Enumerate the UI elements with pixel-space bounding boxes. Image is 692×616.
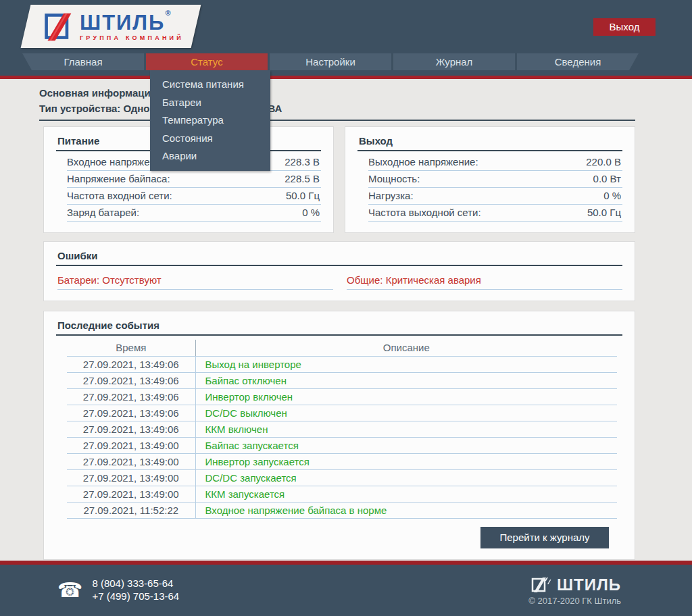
event-row: 27.09.2021, 13:49:06 ККМ включен xyxy=(67,421,617,437)
output-row-load: Нагрузка: 0 % xyxy=(368,188,622,205)
footer-logo-icon xyxy=(531,577,551,593)
events-table-header: Время Описание xyxy=(67,340,617,356)
page-title: Основная информация xyxy=(39,87,635,99)
event-description: Инвертор включен xyxy=(195,388,617,405)
event-description: Инвертор запускается xyxy=(195,453,617,469)
row-value: 0 % xyxy=(603,190,621,203)
output-row-power: Мощность: 0.0 Вт xyxy=(368,171,622,188)
row-value: 228.3 В xyxy=(285,156,320,169)
event-row: 27.09.2021, 13:49:00 ККМ запускается xyxy=(67,486,617,502)
output-row-voltage: Выходное напряжение: 220.0 В xyxy=(368,154,622,171)
output-panel: Выход Выходное напряжение: 220.0 В Мощно… xyxy=(345,126,635,233)
output-panel-title: Выход xyxy=(357,134,622,151)
phone-icon: ☎ xyxy=(57,580,82,600)
event-time: 27.09.2021, 13:49:00 xyxy=(67,437,195,453)
event-time: 27.09.2021, 13:49:06 xyxy=(67,372,195,388)
event-time: 27.09.2021, 11:52:22 xyxy=(67,502,195,518)
row-value: 0.0 Вт xyxy=(593,173,621,186)
nav-item-nastroyki[interactable]: Настройки xyxy=(270,53,391,70)
nav-item-svedeniya[interactable]: Сведения xyxy=(517,53,639,70)
event-description: DC/DC выключен xyxy=(195,405,617,421)
power-row-battery-charge: Заряд батарей: 0 % xyxy=(67,205,321,222)
row-value: 50.0 Гц xyxy=(286,190,320,203)
device-type-prefix: Тип устройства: Одно xyxy=(39,103,150,114)
event-description: Байпас запускается xyxy=(195,437,617,453)
event-description: Выход на инверторе xyxy=(195,356,617,372)
brand-tagline: ГРУППА КОМПАНИЙ xyxy=(80,35,184,41)
nav-item-zhurnal[interactable]: Журнал xyxy=(393,53,515,70)
row-label: Мощность: xyxy=(368,173,420,186)
row-value: 0 % xyxy=(302,207,320,220)
row-label: Нагрузка: xyxy=(368,190,414,203)
row-value: 228.5 В xyxy=(285,173,320,186)
site-header: ШТИЛЬ® ГРУППА КОМПАНИЙ Выход Главная Ста… xyxy=(0,0,692,79)
column-header-description: Описание xyxy=(195,340,617,356)
events-table: Время Описание 27.09.2021, 13:49:06 Выхо… xyxy=(67,340,617,519)
event-description: DC/DC запускается xyxy=(195,469,617,486)
errors-panel: Ошибки Батареи: Отсутствуют Общие: Крити… xyxy=(43,241,635,301)
event-time: 27.09.2021, 13:49:00 xyxy=(67,453,195,469)
event-time: 27.09.2021, 13:49:06 xyxy=(67,388,195,405)
event-row: 27.09.2021, 13:49:00 Байпас запускается xyxy=(67,437,617,453)
nav-item-glavnaya[interactable]: Главная xyxy=(22,53,144,70)
event-row: 27.09.2021, 13:49:00 Инвертор запускаетс… xyxy=(67,453,617,469)
row-label: Частота выходной сети: xyxy=(368,207,481,220)
error-general: Общие: Критическая авария xyxy=(347,274,622,290)
events-panel-title: Последние события xyxy=(56,318,622,336)
row-label: Напряжение байпаса: xyxy=(67,173,170,186)
brand-logo: ШТИЛЬ® ГРУППА КОМПАНИЙ xyxy=(21,5,201,48)
output-row-frequency: Частота выходной сети: 50.0 Гц xyxy=(368,205,622,222)
phone-number-1: 8 (804) 333-65-64 xyxy=(92,578,179,590)
status-dropdown-menu: Система питания Батареи Температура Сост… xyxy=(150,70,270,171)
main-content: Основная информация Тип устройства: Одно… xyxy=(0,79,692,561)
event-description: ККМ запускается xyxy=(195,486,617,502)
dropdown-item-batarei[interactable]: Батареи xyxy=(150,94,270,112)
column-header-time: Время xyxy=(67,340,195,356)
dropdown-item-sistema-pitaniya[interactable]: Система питания xyxy=(150,76,270,94)
event-row: 27.09.2021, 13:49:06 Инвертор включен xyxy=(67,388,617,405)
row-value: 220.0 В xyxy=(586,156,621,169)
row-label: Заряд батарей: xyxy=(67,207,139,220)
brand-name: ШТИЛЬ xyxy=(80,11,165,34)
dropdown-item-sostoyaniya[interactable]: Состояния xyxy=(150,130,270,148)
event-time: 27.09.2021, 13:49:06 xyxy=(67,356,195,372)
nav-item-status[interactable]: Статус xyxy=(146,53,268,70)
contact-phones: ☎ 8 (804) 333-65-64 +7 (499) 705-13-64 xyxy=(57,578,179,603)
event-description: Байпас отключен xyxy=(195,372,617,388)
row-label: Частота входной сети: xyxy=(67,190,172,203)
event-time: 27.09.2021, 13:49:00 xyxy=(67,469,195,486)
event-row: 27.09.2021, 13:49:00 DC/DC запускается xyxy=(67,469,617,486)
event-time: 27.09.2021, 13:49:00 xyxy=(67,486,195,502)
event-description: Входное напряжение байпаса в норме xyxy=(195,502,617,518)
event-description: ККМ включен xyxy=(195,421,617,437)
phone-number-2: +7 (499) 705-13-64 xyxy=(92,590,179,603)
row-label: Выходное напряжение: xyxy=(368,156,478,169)
power-row-input-frequency: Частота входной сети: 50.0 Гц xyxy=(67,188,321,205)
registered-mark-icon: ® xyxy=(165,9,170,17)
dropdown-item-temperatura[interactable]: Температура xyxy=(150,111,270,130)
footer-copyright: © 2017-2020 ГК Штиль xyxy=(528,596,621,606)
power-row-bypass-voltage: Напряжение байпаса: 228.5 В xyxy=(67,171,321,188)
event-row: 27.09.2021, 13:49:06 Байпас отключен xyxy=(67,372,617,388)
event-row: 27.09.2021, 11:52:22 Входное напряжение … xyxy=(67,502,617,518)
event-row: 27.09.2021, 13:49:06 Выход на инверторе xyxy=(67,356,617,372)
event-row: 27.09.2021, 13:49:06 DC/DC выключен xyxy=(67,405,617,421)
errors-panel-title: Ошибки xyxy=(56,249,622,266)
main-nav: Главная Статус Настройки Журнал Сведения xyxy=(22,53,639,70)
shtil-logo-icon xyxy=(43,11,74,42)
event-time: 27.09.2021, 13:49:06 xyxy=(67,421,195,437)
error-batteries: Батареи: Отсутствуют xyxy=(57,274,333,290)
row-value: 50.0 Гц xyxy=(587,207,621,220)
device-type-line: Тип устройства: ОдноВА xyxy=(39,103,635,121)
logout-button[interactable]: Выход xyxy=(593,18,656,36)
event-time: 27.09.2021, 13:49:06 xyxy=(67,405,195,421)
site-footer: ☎ 8 (804) 333-65-64 +7 (499) 705-13-64 Ш… xyxy=(0,561,692,616)
events-panel: Последние события Время Описание 27.09.2… xyxy=(43,311,635,560)
dropdown-item-avarii[interactable]: Аварии xyxy=(150,147,270,165)
footer-brand-name: ШТИЛЬ xyxy=(557,575,621,594)
go-to-journal-button[interactable]: Перейти к журналу xyxy=(480,527,609,548)
